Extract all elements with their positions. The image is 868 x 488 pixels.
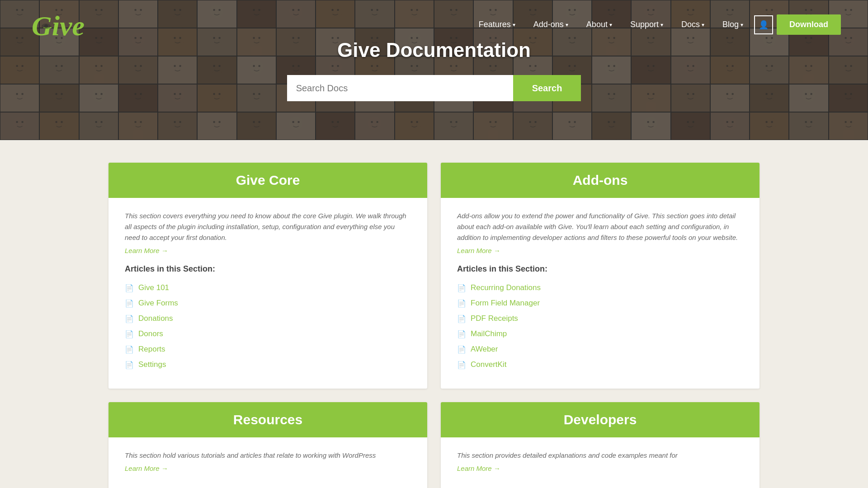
card-body-add-ons: Add-ons allow you to extend the power an… [441,198,760,389]
svg-rect-336 [685,102,696,112]
list-item: 📄 ConvertKit [457,357,743,372]
article-link-give-101[interactable]: Give 101 [138,283,169,292]
nav-about[interactable]: About ▾ [579,15,619,34]
svg-point-362 [61,121,63,123]
svg-rect-364 [93,130,104,140]
svg-rect-408 [527,130,538,140]
svg-rect-328 [606,102,617,112]
learn-more-link-resources[interactable]: Learn More → [125,465,168,472]
svg-rect-368 [132,130,143,140]
svg-point-370 [140,121,142,123]
article-link-donors[interactable]: Donors [138,329,163,338]
svg-point-405 [490,121,492,123]
svg-point-441 [844,121,847,123]
svg-text:Give: Give [32,10,85,41]
svg-rect-376 [212,130,222,140]
svg-point-378 [219,121,221,123]
svg-point-357 [16,121,18,123]
list-item: 📄 Give 101 [125,280,411,296]
download-button[interactable]: Download [777,14,841,35]
svg-point-390 [337,121,340,123]
svg-rect-352 [843,102,854,112]
svg-rect-436 [803,130,814,140]
document-icon: 📄 [457,345,466,354]
card-description-give-core: This section covers everything you need … [125,211,411,243]
articles-label-add-ons: Articles in this Section: [457,264,743,274]
article-link-donations[interactable]: Donations [138,314,173,323]
svg-point-413 [568,121,571,123]
features-chevron-icon: ▾ [513,22,515,28]
svg-rect-300 [330,102,341,112]
svg-point-381 [253,121,255,123]
list-item: 📄 Settings [125,357,411,372]
svg-rect-332 [646,102,656,112]
svg-point-434 [771,121,774,123]
svg-point-386 [297,121,300,123]
learn-more-link-add-ons[interactable]: Learn More → [457,247,500,254]
nav-blog[interactable]: Blog ▾ [715,15,750,34]
svg-point-393 [371,121,373,123]
article-link-give-forms[interactable]: Give Forms [138,299,178,308]
svg-rect-360 [54,130,65,140]
face-cell [0,112,39,140]
card-give-core: Give Core This section covers everything… [108,163,427,389]
svg-rect-284 [172,102,183,112]
svg-point-439 [841,117,855,130]
svg-point-423 [684,117,697,130]
svg-point-394 [377,121,379,123]
svg-point-437 [805,121,807,123]
svg-rect-272 [54,102,65,112]
article-link-mailchimp[interactable]: MailChimp [471,329,507,338]
nav-features[interactable]: Features ▾ [472,15,523,34]
face-cell [197,112,236,140]
article-link-form-field-manager[interactable]: Form Field Manager [471,299,540,308]
main-content: Give Core This section covers everything… [0,140,868,488]
svg-rect-420 [646,130,656,140]
face-cell [513,112,552,140]
learn-more-link-developers[interactable]: Learn More → [457,465,500,472]
list-item: 📄 Form Field Manager [457,296,743,311]
svg-point-369 [134,121,137,123]
search-button[interactable]: Search [513,75,581,101]
svg-rect-340 [725,102,736,112]
list-item: 📄 PDF Receipts [457,311,743,326]
article-link-convertkit[interactable]: ConvertKit [471,360,506,369]
svg-rect-404 [488,130,499,140]
site-logo[interactable]: Give [27,9,104,41]
nav-addons[interactable]: Add-ons ▾ [526,15,576,34]
learn-more-link-give-core[interactable]: Learn More → [125,247,168,254]
svg-point-418 [613,121,615,123]
article-link-settings[interactable]: Settings [138,360,166,369]
face-cell [671,112,710,140]
nav-support[interactable]: Support ▾ [623,15,670,34]
svg-point-366 [100,121,103,123]
user-icon[interactable]: 👤 [754,15,773,34]
article-link-pdf-receipts[interactable]: PDF Receipts [471,314,518,323]
svg-rect-440 [843,130,854,140]
svg-point-382 [258,121,260,123]
article-link-aweber[interactable]: AWeber [471,345,498,354]
card-header-resources: Resources [108,402,427,437]
card-header-give-core: Give Core [108,163,427,198]
svg-rect-380 [251,130,262,140]
svg-point-375 [210,117,224,130]
card-resources: Resources This section hold various tuto… [108,402,427,488]
svg-point-374 [179,121,181,123]
face-cell [158,112,197,140]
svg-point-425 [687,121,689,123]
card-description-resources: This section hold various tutorials and … [125,450,411,461]
svg-point-358 [21,121,24,123]
nav-docs[interactable]: Docs ▾ [674,15,712,34]
svg-rect-296 [291,102,302,112]
article-link-recurring-donations[interactable]: Recurring Donations [471,283,541,292]
svg-point-395 [407,117,421,130]
svg-point-401 [450,121,452,123]
article-link-reports[interactable]: Reports [138,345,165,354]
svg-point-363 [92,117,105,130]
svg-point-361 [56,121,58,123]
svg-rect-392 [369,130,380,140]
svg-point-367 [131,117,145,130]
svg-rect-304 [369,102,380,112]
svg-point-435 [802,117,816,130]
search-input[interactable] [287,75,513,101]
